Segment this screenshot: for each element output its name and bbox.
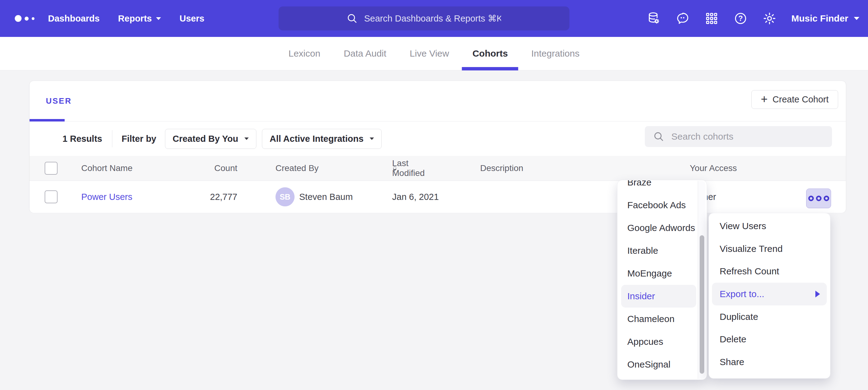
row-actions-menu: View Users Visualize Trend Refresh Count… bbox=[709, 213, 831, 379]
submenu-arrow-icon bbox=[815, 291, 820, 297]
menu-item-view-users[interactable]: View Users bbox=[712, 215, 827, 237]
created-by-name: Steven Baum bbox=[299, 192, 353, 202]
export-to-submenu: Braze Facebook Ads Google Adwords Iterab… bbox=[617, 180, 707, 380]
avatar: SB bbox=[276, 187, 294, 206]
chevron-down-icon bbox=[156, 17, 161, 20]
mixpanel-logo-icon[interactable] bbox=[15, 0, 34, 37]
active-tab-underline bbox=[462, 67, 518, 70]
tab-lexicon-label: Lexicon bbox=[288, 48, 320, 59]
ellipsis-dot bbox=[808, 196, 814, 201]
svg-text:?: ? bbox=[738, 14, 743, 23]
tab-data-audit[interactable]: Data Audit bbox=[344, 37, 386, 70]
tab-cohorts-label: Cohorts bbox=[472, 48, 508, 59]
chevron-down-icon bbox=[370, 137, 374, 140]
global-search-input[interactable] bbox=[364, 13, 502, 24]
column-description[interactable]: Description bbox=[480, 163, 523, 173]
nav-item-reports-label: Reports bbox=[118, 13, 152, 24]
column-your-access[interactable]: Your Access bbox=[690, 163, 737, 173]
top-nav-right: ? Music Finder bbox=[647, 0, 859, 37]
integrations-filter-dropdown[interactable]: All Active Integrations bbox=[262, 129, 382, 149]
nav-item-users[interactable]: Users bbox=[180, 13, 205, 24]
ellipsis-dot bbox=[824, 196, 829, 201]
user-tab-underline bbox=[30, 119, 65, 122]
menu-item-visualize-trend[interactable]: Visualize Trend bbox=[712, 237, 827, 260]
cohort-count: 22,777 bbox=[176, 192, 237, 202]
nav-item-users-label: Users bbox=[180, 13, 205, 24]
nav-item-dashboards-label: Dashboards bbox=[48, 13, 100, 24]
submenu-item-iterable[interactable]: Iterable bbox=[621, 239, 696, 262]
column-cohort-name[interactable]: Cohort Name bbox=[81, 163, 133, 173]
menu-item-refresh-count[interactable]: Refresh Count bbox=[712, 260, 827, 283]
menu-item-delete[interactable]: Delete bbox=[712, 328, 827, 351]
menu-item-export-to-label: Export to... bbox=[720, 289, 764, 299]
ellipsis-dot bbox=[816, 196, 822, 201]
apps-grid-icon[interactable] bbox=[705, 11, 719, 26]
global-search[interactable] bbox=[279, 6, 569, 30]
menu-item-share[interactable]: Share bbox=[712, 351, 827, 373]
results-count: 1 Results bbox=[62, 134, 102, 144]
chevron-down-icon bbox=[244, 137, 249, 140]
cohort-type-tabs: USER + Create Cohort bbox=[30, 81, 846, 122]
plus-icon: + bbox=[761, 93, 768, 105]
submenu-item-onesignal[interactable]: OneSignal bbox=[621, 353, 696, 376]
logo-dot-small bbox=[32, 17, 34, 20]
created-by-filter-value: Created By You bbox=[173, 134, 238, 144]
column-last-modified[interactable]: Last Modified bbox=[392, 165, 397, 171]
tab-live-view-label: Live View bbox=[410, 48, 449, 59]
created-by-filter-dropdown[interactable]: Created By You bbox=[165, 129, 256, 149]
export-to-submenu-list: Braze Facebook Ads Google Adwords Iterab… bbox=[617, 180, 707, 376]
menu-item-duplicate[interactable]: Duplicate bbox=[712, 305, 827, 328]
chevron-down-icon bbox=[854, 17, 859, 20]
tab-cohorts[interactable]: Cohorts bbox=[472, 37, 508, 70]
logo-dot-medium bbox=[25, 17, 29, 21]
app-root: Dashboards Reports Users bbox=[0, 0, 868, 390]
cohort-name-link[interactable]: Power Users bbox=[81, 192, 132, 202]
tab-integrations[interactable]: Integrations bbox=[531, 37, 580, 70]
nav-item-dashboards[interactable]: Dashboards bbox=[48, 13, 100, 24]
workspace-switcher[interactable]: Music Finder bbox=[792, 13, 859, 24]
integrations-filter-value: All Active Integrations bbox=[270, 134, 364, 144]
submenu-item-appcues[interactable]: Appcues bbox=[621, 330, 696, 353]
tab-live-view[interactable]: Live View bbox=[410, 37, 449, 70]
row-more-actions-button[interactable] bbox=[806, 189, 831, 208]
help-icon[interactable]: ? bbox=[734, 11, 748, 26]
search-icon bbox=[346, 12, 358, 24]
create-cohort-button[interactable]: + Create Cohort bbox=[751, 90, 838, 109]
logo-dot-large bbox=[15, 15, 22, 22]
search-icon bbox=[653, 131, 664, 142]
table-row[interactable]: Power Users 22,777 SB Steven Baum Jan 6,… bbox=[30, 181, 846, 213]
settings-gear-icon[interactable] bbox=[763, 11, 777, 26]
filter-bar: 1 Results Filter by Created By You All A… bbox=[30, 122, 846, 156]
nav-item-reports[interactable]: Reports bbox=[118, 13, 161, 24]
data-settings-icon[interactable] bbox=[647, 11, 661, 26]
column-count[interactable]: Count bbox=[176, 163, 237, 173]
submenu-item-moengage[interactable]: MoEngage bbox=[621, 262, 696, 285]
last-modified-date: Jan 6, 2021 bbox=[392, 192, 439, 202]
create-cohort-label: Create Cohort bbox=[773, 94, 829, 105]
cohort-search-input[interactable] bbox=[671, 131, 832, 142]
filter-by-label: Filter by bbox=[122, 134, 156, 144]
data-management-tabs: Lexicon Data Audit Live View Cohorts Int… bbox=[0, 37, 868, 70]
submenu-item-google-adwords[interactable]: Google Adwords bbox=[621, 217, 696, 239]
submenu-scrollbar-thumb[interactable] bbox=[700, 235, 704, 374]
feedback-icon[interactable] bbox=[676, 11, 690, 26]
tab-integrations-label: Integrations bbox=[531, 48, 580, 59]
table-header: Cohort Name Count Created By Last Modifi… bbox=[30, 156, 846, 181]
cohort-search[interactable] bbox=[645, 126, 832, 147]
row-checkbox[interactable] bbox=[44, 190, 58, 203]
submenu-item-insider[interactable]: Insider bbox=[621, 285, 696, 307]
tab-user-cohorts[interactable]: USER bbox=[46, 96, 72, 106]
column-created-by[interactable]: Created By bbox=[276, 163, 318, 173]
cohorts-card: USER + Create Cohort 1 Results Filter by… bbox=[29, 80, 846, 213]
submenu-item-facebook-ads[interactable]: Facebook Ads bbox=[621, 194, 696, 217]
submenu-item-braze[interactable]: Braze bbox=[621, 180, 696, 194]
tab-lexicon[interactable]: Lexicon bbox=[288, 37, 320, 70]
tab-data-audit-label: Data Audit bbox=[344, 48, 386, 59]
top-nav: Dashboards Reports Users bbox=[0, 0, 868, 37]
select-all-checkbox[interactable] bbox=[44, 162, 58, 175]
menu-item-export-to[interactable]: Export to... bbox=[712, 283, 827, 305]
workspace-name: Music Finder bbox=[792, 13, 848, 24]
submenu-item-chameleon[interactable]: Chameleon bbox=[621, 307, 696, 330]
top-nav-items: Dashboards Reports Users bbox=[48, 0, 205, 37]
column-last-modified-label: Last Modified bbox=[392, 158, 425, 178]
